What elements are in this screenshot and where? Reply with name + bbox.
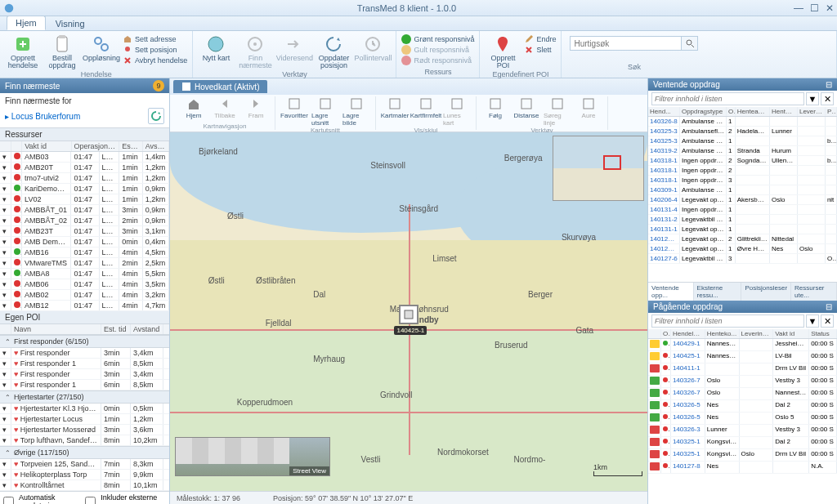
ressurs-row[interactable]: ▾ AMBBÅT_01 01:47 Ledig 3min 0,9km xyxy=(0,205,169,216)
ventende-row[interactable]: 140127-6Legevaktbil op...3 Ov xyxy=(648,254,837,264)
finn-link[interactable]: ▸ Locus Brukerforum xyxy=(5,112,80,121)
nytt-kart-button[interactable]: Nytt kart xyxy=(198,33,234,70)
ventende-row[interactable]: 140318-1Ingen oppdrag...2 xyxy=(648,166,837,176)
pagaende-row[interactable]: 1 140326-5Nes Dal 200:00 S xyxy=(648,400,837,413)
subtab-posisjon[interactable]: Posisjonsleser xyxy=(741,283,791,301)
sett-adresse-button[interactable]: Sett adresse xyxy=(123,34,187,44)
videresend-button[interactable]: Videresend xyxy=(276,33,312,70)
ventende-row[interactable]: 140127-...Legevakt oppd...1 Øvre Haga...… xyxy=(648,244,837,254)
pagaende-filter-input[interactable] xyxy=(651,314,804,328)
poi-row[interactable]: ▾ ♥ Kontrolltårnet 8min 10,1km xyxy=(0,480,169,491)
pagaende-row[interactable]: 2 140127-8Nes N.A. xyxy=(648,462,837,474)
ressurs-row[interactable]: ▾ AMB16 01:47 Ledig 4min 4,5km xyxy=(0,248,169,258)
map-tab[interactable]: Hovedkart (Aktivt) xyxy=(173,80,267,93)
map-tool-tilbake[interactable]: Tilbake xyxy=(211,96,239,123)
pagaende-clear-button[interactable]: ✕ xyxy=(821,314,834,328)
opprett-poi-button[interactable]: Opprett POI xyxy=(485,33,521,70)
poi-row[interactable]: ▾ ♥ First responder 3min 3,4km xyxy=(0,369,169,380)
ressurs-row[interactable]: ▾ VMwareTMS 01:47 Ledig 2min 2,5km xyxy=(0,258,169,269)
ressurs-row[interactable]: ▾ AMB06 01:47 Ledig 4min 3,5km xyxy=(0,279,169,290)
map-tool-søreg-linje[interactable]: Søreg linje xyxy=(544,96,571,127)
opprett-hendelse-button[interactable]: Opprett hendelse xyxy=(5,33,41,70)
tab-visning[interactable]: Visning xyxy=(47,17,93,30)
ressurs-row[interactable]: ▾ AMB03 01:47 Ledig 1min 1,4km xyxy=(0,152,169,163)
pagaende-row[interactable]: 2 140425-1Nannestad LV-Bil00:00 S xyxy=(648,351,837,364)
pagaende-row[interactable]: 2 140325-1KongsvingerOslo Drm LV Bil00:0… xyxy=(648,449,837,462)
map-tool-lagre-bilde[interactable]: Lagre bilde xyxy=(342,96,370,127)
poi-row[interactable]: ▾ ♥ First responder 1 6min 8,5km xyxy=(0,359,169,369)
map-tool-aure[interactable]: Aure xyxy=(575,96,602,127)
ressurs-row[interactable]: ▾ AMB23T 01:47 Ledig 3min 3,1km xyxy=(0,226,169,237)
ressurs-row[interactable]: ▾ AMB Demo 1 01:47 Ledig 0min 0,4km xyxy=(0,237,169,248)
map-view[interactable]: Bjørkeland Steinsvoll Bergerøya Østli St… xyxy=(170,132,647,491)
filter-button[interactable]: ▼ xyxy=(806,92,819,105)
ventende-row[interactable]: 140319-2Ambulanse op...1 StrandaHurum xyxy=(648,146,837,156)
pagaende-row[interactable]: 2 140326-5Nes Oslo 500:00 S xyxy=(648,413,837,425)
map-marker[interactable] xyxy=(399,305,418,324)
ventende-row[interactable]: 140325-3Ambulansefly o...2 Hadelands...L… xyxy=(648,127,837,136)
ventende-row[interactable]: 140318-1Ingen oppdrag...2 Sogndalsv...Ul… xyxy=(648,156,837,166)
ventende-row[interactable]: 140206-4Legevakt oppd...1 Akersbakk...Os… xyxy=(648,195,837,205)
ressurs-row[interactable]: ▾ KariDemoKoffert 01:47 Ledig 1min 0,9km xyxy=(0,184,169,194)
ventende-row[interactable]: 140131-1Legevakt oppd...1 xyxy=(648,225,837,234)
poi-row[interactable]: ▾ ♥ Helikopterplass Torp 7min 9,9km xyxy=(0,470,169,480)
maximize-button[interactable]: ☐ xyxy=(810,2,819,14)
ventende-row[interactable]: 140131-4Ingen oppdrag...1 xyxy=(648,205,837,215)
map-tool-lagre-utsnitt[interactable]: Lagre utsnitt xyxy=(311,96,339,127)
ventende-row[interactable]: 140325-3Ambulanse op...1 bnj xyxy=(648,136,837,146)
map-tool-følg[interactable]: Følg xyxy=(481,96,509,127)
tab-hjem[interactable]: Hjem xyxy=(7,16,46,30)
subtab-eksterne[interactable]: Eksterne ressu... xyxy=(694,283,742,301)
minimize-button[interactable]: — xyxy=(794,2,803,14)
streetview-thumbnail[interactable]: Street View xyxy=(175,437,330,476)
poi-row[interactable]: ▾ ♥ First responder 1 6min 8,5km xyxy=(0,380,169,390)
pagaende-row[interactable]: 1 140326-3Lunner Vestby 300:00 S xyxy=(648,425,837,437)
sett-posisjon-button[interactable]: Sett posisjon xyxy=(123,45,187,55)
subtab-ressurser-ute[interactable]: Ressurser ute... xyxy=(791,283,837,301)
pagaende-row[interactable]: 2 140326-7Oslo Nannestad 100:00 S xyxy=(648,388,837,400)
poi-row[interactable]: ▾ ♥ Torpveien 125, Sandefjord 7min 8,3km xyxy=(0,459,169,470)
pagaende-filter-button[interactable]: ▼ xyxy=(806,314,819,328)
pagaende-row[interactable]: 1 140429-1Nannestad Jessheim 200:00 S xyxy=(648,339,837,351)
avbryt-hendelse-button[interactable]: Avbryt hendelse xyxy=(123,56,187,65)
subtab-ventende[interactable]: Ventende opp... xyxy=(648,283,694,301)
gult-responsniva-button[interactable]: Gult responsnivå xyxy=(401,45,474,55)
auto-update-checkbox[interactable] xyxy=(3,497,14,505)
map-tool-lunes-kart[interactable]: Lunes kart xyxy=(443,96,471,127)
poi-row[interactable]: ▾ ♥ First responder 3min 3,4km xyxy=(0,348,169,359)
slett-poi-button[interactable]: Slett xyxy=(524,45,556,55)
ventende-row[interactable]: 140326-8Ambulanse op...1 xyxy=(648,117,837,127)
pagaende-row[interactable]: 1 140326-7Oslo Vestby 300:00 S xyxy=(648,376,837,388)
poi-section-header[interactable]: ⌃First responder (6/150) xyxy=(0,335,169,348)
pagaende-row[interactable]: 1 140325-1Kongsvinger Dal 200:00 S xyxy=(648,437,837,449)
ressurs-row[interactable]: ▾ AMB02 01:47 Ledig 4min 3,2km xyxy=(0,290,169,301)
bestill-oppdrag-button[interactable]: Bestill oppdrag xyxy=(44,33,80,70)
ressurs-row[interactable]: ▾ AMBA8 01:47 Ledig 4min 5,5km xyxy=(0,269,169,279)
search-input[interactable] xyxy=(570,36,682,51)
external-res-checkbox[interactable] xyxy=(85,497,96,505)
poi-row[interactable]: ▾ ♥ Torp lufthavn, Sandefjord 8min 10,2k… xyxy=(0,435,169,446)
minimap[interactable] xyxy=(553,136,644,201)
ventende-row[interactable]: 140127-...Legevakt oppd...2 Glittreklini… xyxy=(648,234,837,244)
gront-responsniva-button[interactable]: Grønt responsnivå xyxy=(401,34,474,44)
ventende-filter-input[interactable] xyxy=(651,92,804,105)
ressurs-row[interactable]: ▾ AMB12 01:47 Ledig 4min 4,7km xyxy=(0,301,169,311)
finn-naermeste-button[interactable]: Finn nærmeste xyxy=(237,33,273,70)
rodt-responsniva-button[interactable]: Rødt responsnivå xyxy=(401,56,474,65)
oppdater-posisjon-button[interactable]: Oppdater posisjon xyxy=(316,33,351,70)
poi-row[interactable]: ▾ ♥ Hjertestarter Mosserød 3min 3,6km xyxy=(0,425,169,435)
pagaende-row[interactable]: 1 140411-1 Drm LV Bil00:00 S xyxy=(648,364,837,376)
map-tool-favoritter[interactable]: Favoritter xyxy=(280,96,308,127)
ressurs-row[interactable]: ▾ AMBBÅT_02 01:47 Ledig 2min 0,9km xyxy=(0,216,169,226)
clear-filter-button[interactable]: ✕ xyxy=(821,92,834,105)
close-button[interactable]: ✕ xyxy=(826,2,834,14)
poi-section-header[interactable]: ⌃Hjertestarter (27/150) xyxy=(0,390,169,404)
ventende-row[interactable]: 140309-1Ambulanse op...1 xyxy=(648,185,837,195)
poi-section-header[interactable]: ⌃Øvrige (117/150) xyxy=(0,446,169,459)
refresh-button[interactable] xyxy=(148,108,164,124)
map-tool-kartmaler[interactable]: Kartmaler xyxy=(381,96,409,127)
ressurs-row[interactable]: ▾ tmo7-utvi2 01:47 Ledig 1min 1,2km xyxy=(0,173,169,184)
endre-poi-button[interactable]: Endre xyxy=(524,34,556,44)
opplosning-button[interactable]: Oppløsning xyxy=(83,33,119,70)
map-tool-distanse[interactable]: Distanse xyxy=(512,96,540,127)
